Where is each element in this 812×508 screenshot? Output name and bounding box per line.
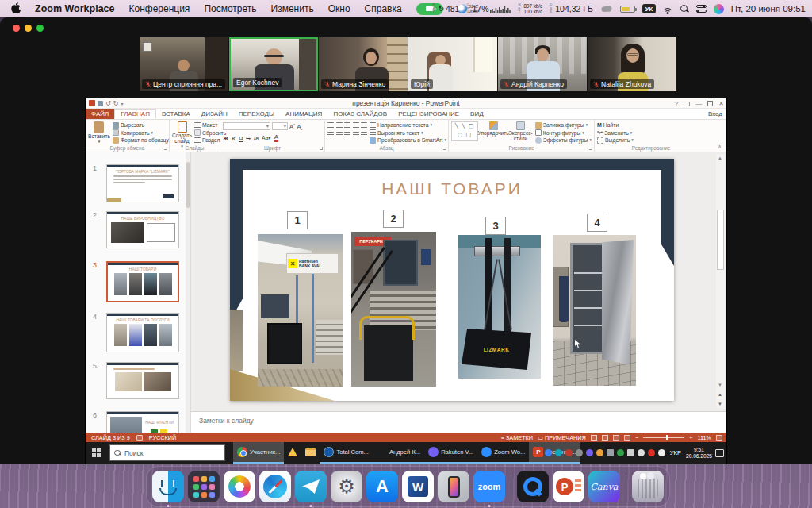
trash-icon[interactable] (632, 471, 664, 502)
tray-icon[interactable] (576, 449, 583, 456)
quicktime-icon[interactable] (517, 471, 549, 502)
align-center-button[interactable] (336, 132, 343, 138)
product-photo-4[interactable] (553, 235, 636, 386)
slide-thumbnail-4[interactable]: НАШІ ТОВАРИ ТА ПОСЛУГИ (106, 313, 179, 352)
zoom-app-icon[interactable]: zoom (473, 471, 505, 502)
participant-tile[interactable]: Андрій Карпенко (498, 37, 587, 91)
tray-icon[interactable] (596, 449, 603, 456)
select-button[interactable]: Выделить▾ (597, 137, 705, 144)
taskbar-zoom[interactable]: Zoom Wo... (477, 442, 529, 464)
tray-clock[interactable]: 9:5120.06.2025 (686, 447, 712, 459)
powerpoint-dock-icon[interactable]: P (553, 471, 584, 502)
current-slide[interactable]: НАШІ ТОВАРИ 1 2 3 4 ✕ Raiffeisen (230, 159, 674, 401)
slide-thumbnail-6[interactable]: НАШІ КЛІЄНТИ (106, 411, 179, 433)
active-app-name[interactable]: Zoom Workplace (35, 3, 114, 14)
smartart-button[interactable]: Преобразовать в SmartArt▾ (370, 137, 446, 144)
iphone-mirroring-icon[interactable] (438, 471, 469, 502)
language-status[interactable]: РУССКИЙ (149, 434, 177, 441)
normal-view-button[interactable] (591, 435, 597, 441)
number-label-3[interactable]: 3 (485, 217, 506, 235)
zoom-level[interactable]: 111% (697, 434, 711, 441)
tray-battery-icon[interactable] (627, 449, 634, 456)
fit-to-window-button[interactable] (716, 435, 722, 441)
product-photo-2[interactable]: ПЕРУКАРНЯ (351, 232, 436, 387)
sign-in-link[interactable]: Вход (708, 110, 722, 117)
italic-button[interactable]: К (232, 135, 236, 142)
menu-help[interactable]: Справка (365, 3, 402, 14)
photos-icon[interactable] (224, 471, 255, 502)
slide-thumbnail-2[interactable]: НАШЕ ВИРОБНИЦТВО (106, 211, 179, 248)
tab-design[interactable]: ДИЗАЙН (196, 109, 233, 119)
columns-button[interactable] (361, 132, 367, 138)
zoom-slider[interactable] (643, 437, 684, 438)
dialog-launcher[interactable] (320, 147, 323, 150)
tab-view[interactable]: ВИД (465, 109, 489, 119)
safari-icon[interactable] (259, 471, 291, 502)
editor-scrollbar[interactable]: ▲ ▼ ▲ ▼ (716, 154, 725, 408)
shape-fill-button[interactable]: Заливка фигуры▾ (535, 121, 592, 129)
tab-insert[interactable]: ВСТАВКА (156, 109, 196, 119)
shape-effects-button[interactable]: Эффекты фигуры▾ (535, 137, 592, 144)
numbering-button[interactable] (336, 122, 343, 129)
action-center-icon[interactable] (715, 449, 724, 457)
participant-tile-active-speaker[interactable]: Egor Kochnev (229, 37, 318, 91)
wifi-icon[interactable] (663, 5, 673, 13)
window-zoom-button[interactable] (36, 25, 44, 32)
menu-view[interactable]: Посмотреть (204, 3, 256, 14)
tray-icon[interactable] (586, 449, 593, 456)
tab-animations[interactable]: АНИМАЦИЯ (280, 109, 327, 119)
tray-icon[interactable] (648, 449, 655, 456)
participant-tile[interactable]: Марина Зінченко (319, 37, 408, 91)
zoom-out-button[interactable]: − (635, 434, 638, 441)
taskbar-file-explorer[interactable] (301, 442, 320, 464)
quick-styles-button[interactable]: Экспресс-стили (508, 121, 533, 141)
indent-decrease-button[interactable] (344, 122, 350, 129)
dialog-launcher[interactable] (589, 147, 592, 150)
battery-cycles-status[interactable]: BAT↻481 (432, 3, 459, 14)
product-photo-3[interactable]: LIZMARK (458, 235, 541, 379)
char-spacing-button[interactable]: ᴀʙ (254, 136, 259, 141)
tray-network-icon[interactable] (607, 449, 614, 456)
tray-icon[interactable] (555, 449, 562, 456)
bold-button[interactable]: Ж (223, 135, 228, 142)
find-button[interactable]: МНайти (597, 121, 705, 129)
reading-view-button[interactable] (613, 435, 619, 441)
slide-thumbnail-5[interactable] (106, 362, 179, 399)
telegram-icon[interactable] (295, 471, 327, 502)
font-color-button[interactable]: А (274, 134, 278, 142)
align-left-button[interactable] (327, 132, 334, 138)
control-center-icon[interactable] (696, 5, 707, 13)
app-store-icon[interactable]: A (366, 471, 398, 502)
product-photo-1[interactable]: ✕ Raiffeisen BANK AVAL (258, 234, 343, 387)
comments-toggle[interactable]: ▭ ПРИМЕЧАНИЯ (538, 434, 586, 441)
tray-mic-icon[interactable] (658, 449, 665, 456)
start-button[interactable] (92, 448, 101, 457)
restore-button[interactable] (707, 101, 713, 106)
tray-icon[interactable] (545, 449, 552, 456)
slideshow-button[interactable] (624, 435, 630, 441)
taskbar-chrome-participant[interactable]: Участник... (233, 442, 284, 464)
underline-button[interactable]: Ч (239, 135, 243, 142)
text-direction-button[interactable]: Направление текста▾ (370, 121, 446, 129)
font-size-combo[interactable]: ▾ (272, 122, 288, 130)
tray-icon[interactable] (565, 449, 573, 456)
tray-volume-icon[interactable] (638, 449, 645, 456)
indent-increase-button[interactable] (353, 122, 359, 129)
collapse-ribbon-button[interactable]: ∧ (718, 144, 722, 150)
spellcheck-icon[interactable] (136, 435, 143, 441)
taskbar-app-triangle[interactable] (284, 442, 301, 464)
tab-file[interactable]: ФАЙЛ (86, 109, 114, 119)
close-button[interactable]: ✕ (718, 100, 724, 107)
shapes-gallery[interactable]: ╲ ╲ □ ○ □△ ⌣ ⌐ } ☆ (451, 121, 478, 141)
participant-tile[interactable]: Юрій (408, 37, 497, 91)
justify-button[interactable] (353, 132, 359, 138)
number-label-2[interactable]: 2 (383, 210, 404, 228)
taskbar-viber[interactable]: Rakuten V... (424, 442, 477, 464)
tab-review[interactable]: РЕЦЕНЗИРОВАНИЕ (393, 109, 465, 119)
participant-tile[interactable]: Nataliia Zhukova (588, 37, 676, 91)
shape-outline-button[interactable]: Контур фигуры▾ (535, 129, 592, 137)
format-painter-button[interactable]: Формат по образцу (113, 137, 169, 144)
dialog-launcher[interactable] (164, 147, 167, 150)
menu-window[interactable]: Окно (328, 3, 350, 14)
canva-icon[interactable]: Canva (588, 471, 620, 502)
